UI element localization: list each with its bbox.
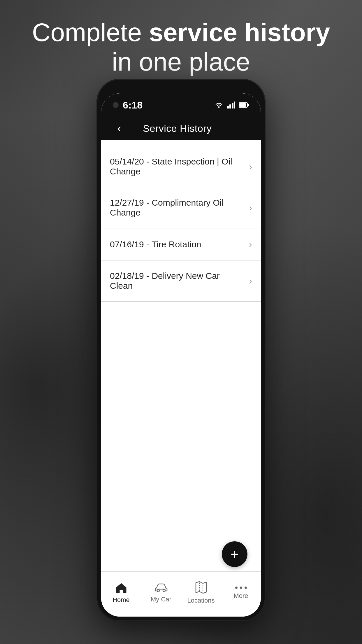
home-icon: [115, 582, 127, 594]
service-item-1[interactable]: 12/27/19 - Complimentary Oil Change ›: [101, 187, 261, 228]
svg-point-14: [245, 587, 247, 589]
svg-rect-4: [234, 102, 235, 108]
tab-home-label: Home: [113, 596, 130, 604]
chevron-icon-3: ›: [249, 276, 252, 286]
svg-rect-1: [227, 106, 229, 108]
svg-point-12: [235, 587, 238, 589]
tab-more[interactable]: More: [221, 586, 261, 603]
chevron-icon-0: ›: [249, 161, 252, 172]
navigation-bar: ‹ Service History: [101, 117, 261, 140]
car-icon: [154, 582, 168, 593]
headline-text: Complete service history in one place: [23, 18, 339, 76]
svg-rect-2: [229, 104, 231, 108]
service-item-2[interactable]: 07/16/19 - Tire Rotation ›: [101, 228, 261, 260]
status-time: 6:18: [123, 99, 143, 111]
tab-locations-label: Locations: [187, 597, 215, 604]
service-item-label-0: 05/14/20 - State Inspection | Oil Change: [110, 157, 244, 176]
status-icons: [214, 102, 249, 108]
tab-my-car-label: My Car: [151, 596, 171, 603]
camera-dot: [113, 102, 119, 108]
back-button[interactable]: ‹: [115, 120, 124, 136]
bottom-tab-bar: Home My Car Location: [101, 571, 261, 617]
svg-point-8: [157, 589, 159, 592]
headline-part1: Complete: [32, 18, 149, 47]
phone-screen: 6:18: [101, 93, 261, 617]
service-list: 05/14/20 - State Inspection | Oil Change…: [101, 146, 261, 302]
phone-frame: 6:18: [96, 79, 266, 621]
svg-rect-6: [239, 103, 246, 107]
tab-my-car[interactable]: My Car: [141, 582, 181, 606]
plus-icon: +: [231, 547, 239, 561]
wifi-icon: [214, 102, 224, 108]
headline-part3: in one place: [112, 47, 250, 76]
svg-rect-3: [232, 103, 233, 108]
service-item-3[interactable]: 02/18/19 - Delivery New Car Clean ›: [101, 260, 261, 302]
map-icon: [195, 581, 207, 594]
service-item-label-1: 12/27/19 - Complimentary Oil Change: [110, 198, 244, 218]
svg-point-13: [240, 587, 242, 589]
page-title: Service History: [143, 123, 212, 134]
add-service-fab[interactable]: +: [222, 541, 247, 567]
phone-screen-inner: 6:18: [101, 93, 261, 617]
chevron-icon-2: ›: [249, 239, 252, 250]
service-item-0[interactable]: 05/14/20 - State Inspection | Oil Change…: [101, 146, 261, 187]
svg-rect-7: [247, 104, 249, 106]
chevron-icon-1: ›: [249, 202, 252, 213]
service-item-label-2: 07/16/19 - Tire Rotation: [110, 239, 244, 249]
battery-icon: [239, 102, 249, 108]
status-bar: 6:18: [101, 93, 261, 117]
tab-locations[interactable]: Locations: [181, 581, 221, 607]
more-icon: [235, 586, 247, 590]
signal-icon: [227, 102, 235, 108]
svg-point-0: [218, 106, 220, 108]
main-content: 05/14/20 - State Inspection | Oil Change…: [101, 140, 261, 617]
svg-point-9: [163, 589, 165, 592]
tab-home[interactable]: Home: [101, 582, 141, 607]
headline-part2: service history: [149, 18, 330, 47]
headline-section: Complete service history in one place: [0, 18, 362, 76]
service-item-label-3: 02/18/19 - Delivery New Car Clean: [110, 271, 244, 291]
tab-more-label: More: [233, 592, 248, 600]
